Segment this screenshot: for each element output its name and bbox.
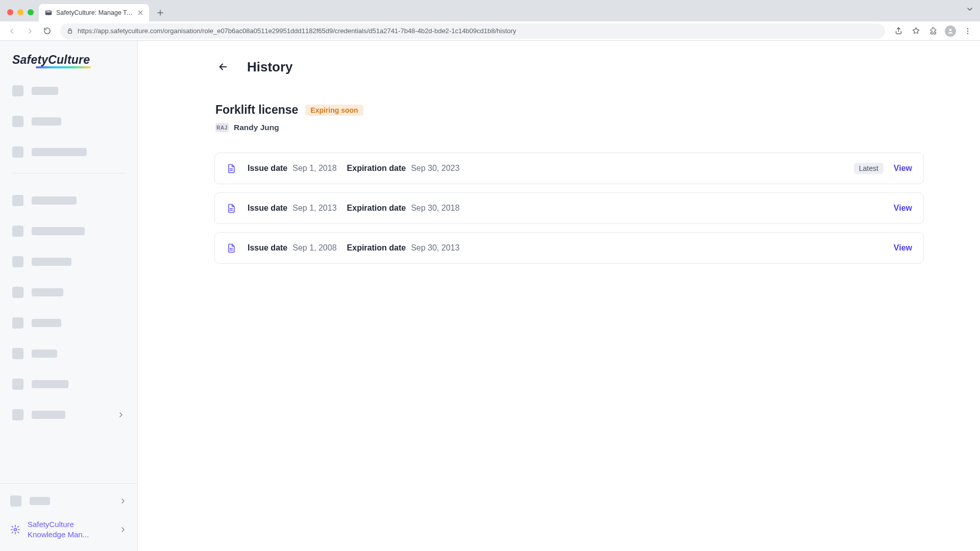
nav-skeleton-item[interactable] — [10, 140, 127, 164]
skeleton-icon — [12, 287, 23, 298]
page-header: History — [214, 58, 924, 76]
document-icon — [226, 242, 236, 254]
svg-point-5 — [967, 30, 968, 31]
assignee-avatar: RAJ — [215, 123, 229, 132]
app-root: SafetyCulture — [0, 41, 980, 551]
skeleton-label — [32, 196, 77, 205]
skeleton-label — [32, 227, 85, 235]
nav-skeleton-item[interactable] — [10, 311, 127, 335]
svg-point-6 — [967, 33, 968, 34]
kebab-menu-icon[interactable] — [961, 24, 975, 38]
skeleton-label — [32, 349, 57, 358]
skeleton-label — [32, 148, 87, 156]
back-button[interactable] — [214, 58, 232, 76]
tab-close-icon[interactable] — [137, 9, 144, 16]
skeleton-label — [32, 258, 71, 266]
expiration-date-label: Expiration date — [347, 204, 406, 213]
skeleton-icon — [12, 146, 23, 158]
expiration-date-value: Sep 30, 2013 — [411, 243, 459, 253]
nav-skeleton-item[interactable] — [10, 281, 127, 304]
tab-title: SafetyCulture: Manage Teams and ... — [56, 9, 133, 16]
svg-rect-1 — [46, 11, 51, 12]
nav-reload-button[interactable] — [40, 24, 54, 38]
skeleton-icon — [12, 348, 23, 359]
nav-skeleton-expandable[interactable] — [10, 403, 127, 427]
history-card-dates: Issue dateSep 1, 2018Expiration dateSep … — [248, 163, 912, 174]
skeleton-icon — [12, 256, 23, 267]
history-list: Issue dateSep 1, 2018Expiration dateSep … — [214, 153, 924, 264]
skeleton-label — [32, 380, 68, 388]
skeleton-label — [32, 288, 63, 296]
view-link[interactable]: View — [894, 164, 912, 173]
history-card: Issue dateSep 1, 2018Expiration dateSep … — [214, 153, 924, 184]
credential-header: Forklift license Expiring soon RAJ Randy… — [214, 103, 924, 132]
chevron-right-icon — [119, 497, 127, 505]
svg-rect-0 — [45, 11, 52, 15]
latest-badge: Latest — [854, 163, 884, 174]
tab-strip: SafetyCulture: Manage Teams and ... — [0, 0, 980, 21]
tab-favicon-icon — [45, 9, 52, 16]
share-icon[interactable] — [891, 24, 905, 38]
chevron-right-icon — [117, 411, 125, 419]
nav-skeleton-item[interactable] — [10, 110, 127, 133]
history-card-dates: Issue dateSep 1, 2013Expiration dateSep … — [248, 204, 912, 213]
footer-skeleton-row[interactable] — [10, 490, 127, 512]
skeleton-label — [32, 87, 58, 95]
nav-back-button[interactable] — [5, 24, 19, 38]
extensions-icon[interactable] — [926, 24, 940, 38]
history-card: Issue dateSep 1, 2008Expiration dateSep … — [214, 232, 924, 264]
brand-logo-text: SafetyCulture — [12, 53, 90, 66]
document-icon — [226, 162, 236, 174]
issue-date-label: Issue date — [248, 204, 287, 213]
skeleton-icon — [12, 116, 23, 127]
sidebar-nav-primary — [0, 76, 137, 186]
new-tab-button[interactable] — [153, 6, 167, 20]
view-link[interactable]: View — [894, 204, 912, 213]
nav-skeleton-item[interactable] — [10, 79, 127, 103]
svg-point-7 — [14, 529, 17, 531]
gear-icon — [10, 524, 20, 535]
nav-skeleton-item[interactable] — [10, 342, 127, 365]
skeleton-icon — [12, 195, 23, 206]
nav-skeleton-item[interactable] — [10, 372, 127, 396]
issue-date-label: Issue date — [248, 243, 287, 253]
tabs-overflow-icon[interactable] — [967, 6, 973, 12]
footer-knowledge-label: SafetyCulture Knowledge Man... — [28, 519, 104, 540]
brand-logo[interactable]: SafetyCulture — [12, 53, 90, 67]
nav-skeleton-item[interactable] — [10, 219, 127, 243]
lock-icon — [66, 28, 74, 35]
nav-forward-button[interactable] — [22, 24, 37, 38]
browser-tab[interactable]: SafetyCulture: Manage Teams and ... — [39, 4, 149, 21]
skeleton-icon — [12, 85, 23, 96]
expiration-date-label: Expiration date — [347, 164, 406, 173]
assignee-name: Randy Jung — [234, 123, 279, 132]
issue-date-label: Issue date — [248, 164, 287, 173]
chevron-right-icon — [119, 525, 127, 534]
sidebar-footer: SafetyCulture Knowledge Man... — [0, 483, 137, 551]
skeleton-icon — [12, 226, 23, 237]
window-maximize-dot[interactable] — [28, 9, 34, 15]
window-minimize-dot[interactable] — [17, 9, 23, 15]
skeleton-icon — [12, 317, 23, 329]
address-bar[interactable]: https://app.safetyculture.com/organisati… — [60, 23, 885, 39]
skeleton-label — [32, 411, 65, 419]
brand-logo-underline — [36, 66, 91, 68]
issue-date-value: Sep 1, 2008 — [292, 243, 336, 253]
sidebar-nav-secondary — [0, 186, 137, 430]
history-card: Issue dateSep 1, 2013Expiration dateSep … — [214, 192, 924, 224]
issue-date-value: Sep 1, 2013 — [292, 204, 336, 213]
issue-date-value: Sep 1, 2018 — [292, 164, 336, 173]
window-close-dot[interactable] — [7, 9, 13, 15]
bookmark-icon[interactable] — [909, 24, 923, 38]
browser-chrome: SafetyCulture: Manage Teams and ... http… — [0, 0, 980, 41]
profile-avatar[interactable] — [943, 24, 958, 38]
svg-rect-2 — [68, 30, 72, 33]
window-controls — [4, 9, 39, 21]
nav-skeleton-item[interactable] — [10, 189, 127, 212]
nav-skeleton-item[interactable] — [10, 250, 127, 273]
footer-knowledge-link[interactable]: SafetyCulture Knowledge Man... — [10, 518, 127, 541]
status-badge: Expiring soon — [305, 105, 363, 116]
view-link[interactable]: View — [894, 243, 912, 253]
page-title: History — [247, 59, 293, 75]
address-url: https://app.safetyculture.com/organisati… — [78, 27, 516, 35]
